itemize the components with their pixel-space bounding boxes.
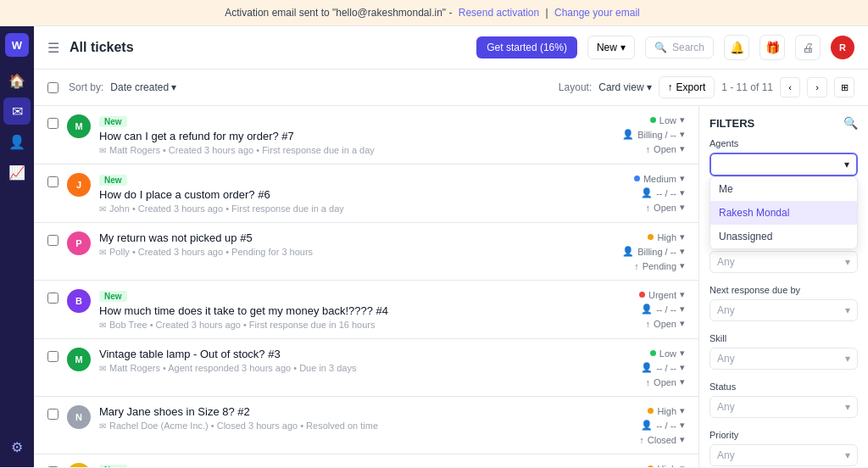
ticket-meta-icon: ✉ [99, 204, 106, 214]
ticket-row[interactable]: P My return was not picked up #5 ✉Polly … [34, 223, 698, 281]
new-button[interactable]: New ▾ [587, 36, 635, 59]
banner-message: Activation email sent to "hello@rakeshmo… [225, 7, 452, 19]
status-chevron-icon: ▾ [680, 434, 685, 445]
next-response-value: Any [717, 304, 735, 316]
first-response-dropdown[interactable]: Any ▾ [709, 251, 858, 273]
prev-page-button[interactable]: ‹ [780, 77, 800, 98]
billing-chevron-icon: ▾ [680, 362, 685, 373]
ticket-row[interactable]: J New How do I place a custom order? #6 … [34, 164, 698, 223]
first-response-value: Any [717, 256, 735, 268]
ticket-row[interactable]: N Mary Jane shoes in Size 8? #2 ✉Rachel … [34, 397, 698, 454]
billing-icon: 👤 [622, 246, 634, 257]
ticket-checkbox[interactable] [47, 466, 58, 467]
sort-label: Sort by: [69, 81, 103, 93]
ticket-billing: 👤 Billing / -- ▾ [622, 246, 685, 257]
ticket-checkbox[interactable] [47, 118, 58, 129]
sort-chevron-icon: ▾ [171, 81, 176, 93]
sidebar-item-settings[interactable]: ⚙ [3, 433, 31, 460]
ticket-main: Vintage table lamp - Out of stock? #3 ✉M… [99, 348, 541, 373]
tickets-list: M New How can I get a refund for my orde… [34, 106, 698, 467]
sort-button[interactable]: Date created ▾ [110, 81, 176, 93]
ticket-billing: 👤 -- / -- ▾ [641, 187, 685, 198]
status-value: Closed [648, 435, 676, 445]
priority-label: Low [659, 348, 676, 359]
ticket-meta: ✉John • Created 3 hours ago • First resp… [99, 203, 541, 214]
main-header: ☰ All tickets Get started (16%) New ▾ 🔍 … [34, 26, 868, 70]
ticket-meta-icon: ✉ [99, 320, 106, 330]
ticket-title: Mary Jane shoes in Size 8? #2 [99, 405, 541, 418]
hamburger-icon[interactable]: ☰ [47, 40, 59, 56]
ticket-row[interactable]: B New How much time does it take to get … [34, 281, 698, 339]
ticket-priority: Low ▾ [650, 348, 685, 359]
first-response-chevron-icon: ▾ [845, 256, 850, 268]
priority-label: High [657, 464, 676, 468]
ticket-checkbox[interactable] [47, 235, 58, 246]
ticket-checkbox[interactable] [47, 409, 58, 420]
priority-dot-icon [648, 465, 654, 467]
priority-label: High [657, 232, 676, 242]
agents-dropdown[interactable]: ▾ Me Rakesh Mondal Unassigned [709, 153, 858, 176]
status-value: Pending [643, 261, 676, 271]
ticket-row[interactable]: M New How can I get a refund for my orde… [34, 106, 698, 164]
get-started-button[interactable]: Get started (16%) [476, 36, 577, 58]
skill-chevron-icon: ▾ [845, 353, 850, 365]
sidebar-item-tickets[interactable]: ✉ [3, 98, 31, 125]
agents-option-unassigned[interactable]: Unassigned [710, 225, 857, 248]
ticket-status: ↑ Open ▾ [646, 143, 685, 154]
sidebar-item-home[interactable]: 🏠 [3, 67, 31, 94]
ticket-status: ↑ Closed ▾ [639, 434, 685, 445]
priority-dropdown[interactable]: Any ▾ [709, 444, 858, 466]
print-icon-button[interactable]: 🖨 [795, 35, 821, 60]
ticket-right: Urgent ▾ 👤 -- / -- ▾ ↑ Open ▾ [549, 289, 685, 329]
next-response-dropdown[interactable]: Any ▾ [709, 299, 858, 321]
bell-icon-button[interactable]: 🔔 [724, 35, 749, 60]
ticket-main: New How do I place a custom order? #6 ✉J… [99, 173, 541, 214]
skill-dropdown[interactable]: Any ▾ [709, 348, 858, 370]
priority-chevron-icon: ▾ [680, 289, 685, 300]
export-label: Export [676, 81, 706, 93]
sidebar: W 🏠 ✉ 👤 📈 ⚙ [0, 26, 34, 467]
sidebar-logo[interactable]: W [5, 33, 29, 57]
ticket-title: My return was not picked up #5 [99, 231, 541, 244]
resend-link[interactable]: Resend activation [459, 7, 539, 19]
select-all-checkbox[interactable] [47, 82, 58, 93]
layout-chevron-icon: ▾ [647, 81, 652, 93]
ticket-title: How do I place a custom order? #6 [99, 188, 541, 201]
export-button[interactable]: ↑ Export [659, 76, 715, 98]
ticket-checkbox[interactable] [47, 176, 58, 187]
priority-label: Medium [643, 174, 676, 184]
banner-separator: | [546, 7, 548, 19]
layout-button[interactable]: Card view ▾ [598, 81, 651, 93]
billing-chevron-icon: ▾ [680, 129, 685, 140]
search-box[interactable]: 🔍 Search [645, 36, 714, 58]
priority-label: High [657, 406, 676, 416]
filters-panel: FILTERS 🔍 Agents ▾ Me Rakesh Mondal Una [698, 106, 868, 467]
billing-icon: 👤 [641, 362, 653, 373]
status-arrow-icon: ↑ [634, 261, 639, 271]
billing-value: -- / -- [656, 304, 676, 315]
status-dropdown[interactable]: Any ▾ [709, 396, 858, 418]
grid-view-button[interactable]: ⊞ [834, 77, 854, 98]
change-email-link[interactable]: Change your email [554, 7, 640, 19]
agents-option-me[interactable]: Me [710, 177, 857, 201]
ticket-right: Low ▾ 👤 -- / -- ▾ ↑ Open ▾ [549, 348, 685, 387]
skill-label: Skill [709, 333, 858, 343]
sidebar-item-contacts[interactable]: 👤 [3, 128, 31, 155]
ticket-checkbox[interactable] [47, 292, 58, 304]
ticket-meta: ✉Matt Rogers • Created 3 hours ago • Fir… [99, 145, 541, 155]
ticket-row[interactable]: M Vintage table lamp - Out of stock? #3 … [34, 339, 698, 397]
ticket-row[interactable]: J New Payment failed? #1 High ▾ 👤 Billin… [34, 454, 698, 467]
next-page-button[interactable]: › [807, 77, 827, 98]
gift-icon-button[interactable]: 🎁 [760, 35, 785, 60]
filters-title: FILTERS [709, 117, 754, 130]
agents-option-rakesh[interactable]: Rakesh Mondal [710, 201, 857, 225]
sidebar-item-reports[interactable]: 📈 [3, 159, 31, 186]
next-response-label: Next response due by [709, 285, 858, 295]
filter-search-icon[interactable]: 🔍 [843, 116, 858, 130]
ticket-checkbox[interactable] [47, 351, 58, 362]
user-avatar[interactable]: R [831, 36, 854, 59]
layout-value: Card view [598, 81, 643, 93]
ticket-new-badge: New [99, 291, 127, 302]
ticket-avatar: M [67, 348, 91, 371]
billing-icon: 👤 [641, 304, 653, 315]
